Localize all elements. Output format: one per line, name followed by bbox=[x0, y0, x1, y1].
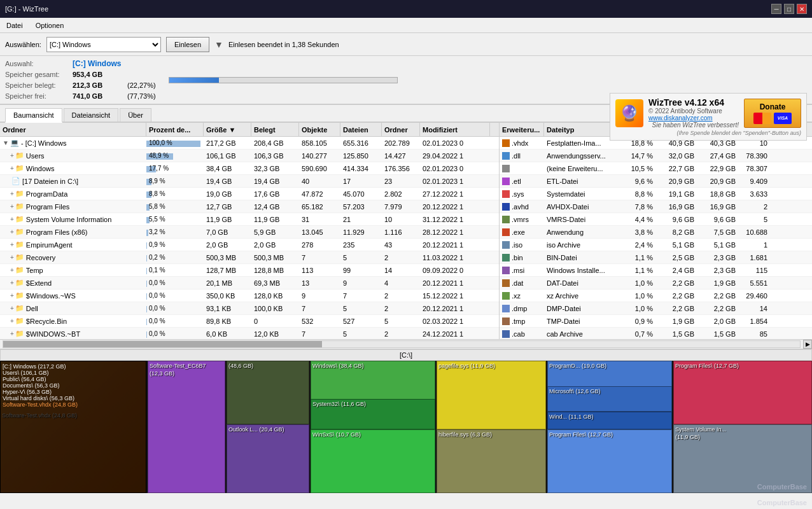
menu-optionen[interactable]: Optionen bbox=[32, 20, 68, 31]
treemap-users-block[interactable]: Software-Test.vhdx (24,8 GB) bbox=[0, 361, 146, 493]
ft-row[interactable]: .vmrs VMRS-Datei 4,4 % 9,6 GB 9,6 GB 5 bbox=[500, 213, 812, 226]
ft-row[interactable]: .dll Anwendungsserv... 14,7 % 32,0 GB 27… bbox=[500, 150, 812, 162]
tree-row[interactable]: + 📁 EmpirumAgent 0,9 % 2,0 GB 2,0 GB 278… bbox=[0, 239, 499, 251]
th-belegt[interactable]: Belegt bbox=[251, 123, 299, 136]
tree-row[interactable]: + 📁 Temp 0,1 % 128,7 MB 128,8 MB 113 99 … bbox=[0, 264, 499, 277]
treemap-block[interactable]: Software-Test_EC6B7(12,3 GB) bbox=[148, 361, 225, 493]
ft-row[interactable]: (keine Erweiteru... 10,5 % 22,7 GB 22,9 … bbox=[500, 162, 812, 175]
expand-icon[interactable]: + bbox=[10, 254, 14, 261]
ft-row[interactable]: .cab cab Archive 0,7 % 1,5 GB 1,5 GB 85 bbox=[500, 328, 812, 339]
folder-name: $WINDOWS.~BT bbox=[26, 330, 80, 338]
expand-icon[interactable]: + bbox=[10, 165, 14, 172]
expand-icon[interactable]: + bbox=[10, 317, 14, 324]
ft-row[interactable]: .sys Systemdatei 8,8 % 19,1 GB 18,8 GB 3… bbox=[500, 188, 812, 200]
treemap-block[interactable]: pagefile.sys (11,9 GB) bbox=[437, 361, 546, 429]
tree-row[interactable]: ▼ 💻 - [C:] Windows 100,0 % 217,2 GB 208,… bbox=[0, 137, 499, 150]
menu-datei[interactable]: Datei bbox=[3, 20, 27, 31]
ext-text: .dmp bbox=[512, 305, 527, 312]
tree-row[interactable]: + 📁 Program Files (x86) 3,2 % 7,0 GB 5,9… bbox=[0, 226, 499, 239]
ft-row[interactable]: .tmp TMP-Datei 0,9 % 1,9 GB 2,0 GB 1.854 bbox=[500, 315, 812, 328]
drive-select[interactable]: [C:] Windows [G:] bbox=[46, 37, 161, 52]
treemap-block[interactable]: (48,6 GB) bbox=[227, 361, 309, 424]
tree-row[interactable]: + 📁 Recovery 0,2 % 500,3 MB 500,3 MB 7 5… bbox=[0, 251, 499, 264]
ft-row[interactable]: .bin BIN-Datei 1,1 % 2,5 GB 2,3 GB 1.681 bbox=[500, 251, 812, 264]
tree-row[interactable]: + 📁 Users 48,9 % 106,1 GB 106,3 GB 140.2… bbox=[0, 150, 499, 162]
restore-button[interactable]: □ bbox=[784, 4, 794, 14]
tab-baumansicht[interactable]: Baumansicht bbox=[5, 108, 62, 123]
expand-icon[interactable]: + bbox=[10, 203, 14, 210]
ft-row[interactable]: .iso iso Archive 2,4 % 5,1 GB 5,1 GB 1 bbox=[500, 239, 812, 251]
expand-icon[interactable]: + bbox=[10, 241, 14, 248]
tree-row[interactable]: + 📁 $Extend 0,0 % 20,1 MB 69,3 MB 13 9 4… bbox=[0, 277, 499, 289]
minimize-button[interactable]: ─ bbox=[771, 4, 781, 14]
ft-row[interactable]: .avhd AVHDX-Datei 7,8 % 16,9 GB 16,9 GB … bbox=[500, 200, 812, 213]
treemap-block[interactable]: hiberfile.sys (6,3 GB) bbox=[437, 429, 546, 493]
th-modified[interactable]: Modifiziert bbox=[420, 123, 490, 136]
th-prozent[interactable]: Prozent de... bbox=[146, 123, 204, 136]
ft-row[interactable]: .etl ETL-Datei 9,6 % 20,9 GB 20,9 GB 9.4… bbox=[500, 175, 812, 188]
expand-icon[interactable]: + bbox=[10, 267, 14, 274]
expand-icon[interactable]: + bbox=[10, 152, 14, 159]
treemap-block[interactable]: Program Files\ (12,7 GB) bbox=[547, 429, 672, 493]
tab-dateiansicht[interactable]: Dateiansicht bbox=[64, 108, 119, 122]
tree-row[interactable]: + 📁 Windows 17,7 % 38,4 GB 32,3 GB 590.6… bbox=[0, 162, 499, 175]
stats-block: Auswahl: [C:] Windows Speicher gesamt: 9… bbox=[5, 59, 156, 101]
ft-cell-pct: 10,5 % bbox=[620, 164, 655, 173]
treemap-block[interactable]: Microsoft\ (12,6 GB) bbox=[547, 386, 672, 412]
treemap-block[interactable]: Program Files\ (12,7 GB) bbox=[673, 361, 812, 424]
ft-row[interactable]: .exe Anwendung 3,8 % 8,2 GB 7,5 GB 10.68… bbox=[500, 226, 812, 239]
tree-row[interactable]: + 📁 Dell 0,0 % 93,1 KB 100,0 KB 7 5 2 20… bbox=[0, 302, 499, 315]
treemap-block[interactable]: WinSxS\ (10,7 GB) bbox=[311, 429, 435, 493]
tree-row[interactable]: + 📁 Program Files 5,8 % 12,7 GB 12,4 GB … bbox=[0, 200, 499, 213]
ft-row[interactable]: .xz xz Archive 1,0 % 2,2 GB 2,2 GB 29.46… bbox=[500, 289, 812, 302]
treemap-block[interactable]: Wind... (11,1 GB) bbox=[547, 412, 672, 429]
tree-row[interactable]: + 📁 ProgramData 8,8 % 19,0 GB 17,6 GB 47… bbox=[0, 188, 499, 200]
expand-icon[interactable]: + bbox=[10, 216, 14, 223]
close-button[interactable]: ✕ bbox=[797, 4, 807, 14]
tree-row[interactable]: + 📁 $Recycle.Bin 0,0 % 89,8 KB 0 532 527… bbox=[0, 315, 499, 328]
ft-cell-files: 29.460 bbox=[738, 291, 770, 300]
th-groesse[interactable]: Größe ▼ bbox=[204, 123, 251, 136]
th-dateien[interactable]: Dateien bbox=[340, 123, 382, 136]
ft-cell-pct: 1,0 % bbox=[620, 279, 655, 288]
tree-cell-name: + 📁 Dell bbox=[0, 303, 146, 313]
expand-icon[interactable]: + bbox=[10, 305, 14, 312]
th-objekte[interactable]: Objekte bbox=[299, 123, 340, 136]
ft-th-type[interactable]: Dateityp bbox=[544, 123, 620, 136]
ft-cell-pct: 2,4 % bbox=[620, 241, 655, 249]
expand-icon[interactable]: + bbox=[10, 292, 14, 299]
tree-row[interactable]: + 📁 System Volume Information 5,5 % 11,9… bbox=[0, 213, 499, 226]
scrollbar-thumb[interactable] bbox=[3, 341, 322, 347]
horizontal-scrollbar[interactable] bbox=[3, 340, 801, 348]
tree-cell-objekte: 278 bbox=[299, 241, 340, 249]
th-ordner2[interactable]: Ordner bbox=[382, 123, 420, 136]
progress-area bbox=[169, 77, 398, 83]
tree-row[interactable]: 📄 [17 Dateien in C:\] 8,9 % 19,4 GB 19,4… bbox=[0, 175, 499, 188]
ft-cell-ext: .iso bbox=[500, 241, 544, 249]
treemap-block[interactable]: System32\ (11,6 GB) bbox=[311, 399, 435, 429]
ft-th-ext[interactable]: Erweiteru... bbox=[500, 123, 544, 136]
wiztree-url[interactable]: www.diskanalyzer.com bbox=[648, 115, 739, 122]
scan-button[interactable]: Einlesen bbox=[166, 37, 209, 52]
treemap-block[interactable]: System Volume In...(11,9 GB) bbox=[673, 424, 812, 493]
expand-icon[interactable]: ▼ bbox=[3, 139, 9, 146]
tree-row[interactable]: + 📁 $WINDOWS.~BT 0,0 % 6,0 KB 12,0 KB 7 … bbox=[0, 328, 499, 339]
expand-icon[interactable]: + bbox=[10, 279, 14, 286]
ext-text: .avhd bbox=[512, 203, 529, 211]
scroll-right-button[interactable]: ▶ bbox=[803, 340, 812, 349]
wiztree-info: WizTree v4.12 x64 © 2022 Antibody Softwa… bbox=[648, 97, 739, 129]
tree-cell-modified: 20.12.2021 1 bbox=[420, 304, 490, 313]
ft-row[interactable]: .dmp DMP-Datei 1,0 % 2,2 GB 2,2 GB 14 bbox=[500, 302, 812, 315]
treemap[interactable]: Software-Test.vhdx (24,8 GB) [C:] Window… bbox=[0, 361, 812, 493]
donate-button[interactable]: Donate VISA bbox=[744, 99, 801, 128]
treemap-block[interactable]: Outlook L... (20,4 GB) bbox=[227, 424, 309, 493]
ft-row[interactable]: .dat DAT-Datei 1,0 % 2,2 GB 1,9 GB 5.551 bbox=[500, 277, 812, 289]
expand-icon[interactable]: + bbox=[10, 190, 14, 197]
filter-icon[interactable]: ▼ bbox=[214, 39, 223, 50]
expand-icon[interactable]: + bbox=[10, 228, 14, 235]
tab-uber[interactable]: Über bbox=[120, 108, 151, 122]
tree-row[interactable]: + 📁 $Windows.~WS 0,0 % 350,0 KB 128,0 KB… bbox=[0, 289, 499, 302]
th-ordner[interactable]: Ordner bbox=[0, 123, 146, 136]
expand-icon[interactable]: + bbox=[10, 330, 14, 337]
ft-row[interactable]: .msi Windows Installe... 1,1 % 2,4 GB 2,… bbox=[500, 264, 812, 277]
